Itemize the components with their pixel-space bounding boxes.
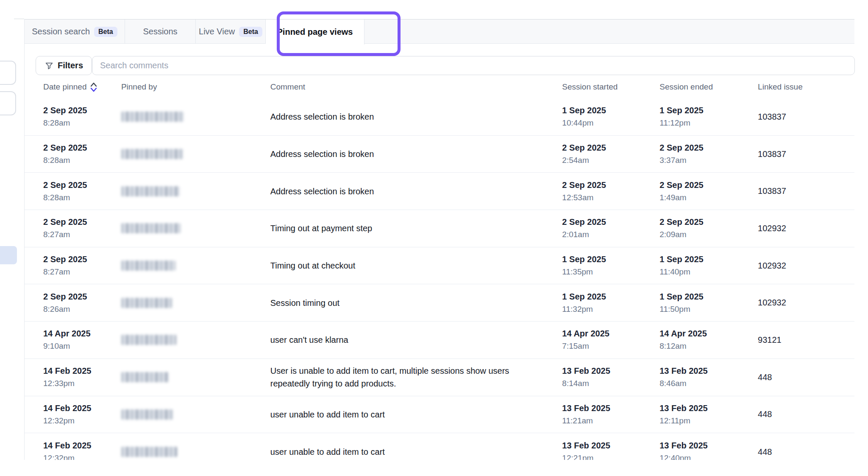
cell-pinned-by <box>121 223 270 233</box>
gutter-cutoff-highlight <box>0 246 17 264</box>
redacted-user-name <box>121 223 181 233</box>
chevron-down-icon <box>90 87 97 92</box>
cell-date-pinned: 14 Feb 2025 12:32pm <box>25 402 121 427</box>
cell-linked-issue: 103837 <box>758 112 854 122</box>
cell-pinned-by <box>121 447 270 457</box>
tab-session-search[interactable]: Session search Beta <box>25 20 125 44</box>
cell-date-pinned: 2 Sep 2025 8:27am <box>25 253 121 278</box>
tab-live-view[interactable]: Live View Beta <box>196 20 266 44</box>
cell-session-started: 14 Apr 2025 7:15am <box>562 328 659 352</box>
cell-session-started: 2 Sep 2025 2:54am <box>562 142 659 166</box>
filters-button[interactable]: Filters <box>36 56 92 75</box>
cell-linked-issue: 102932 <box>758 224 854 233</box>
column-header-label: Date pinned <box>43 82 86 92</box>
table-row[interactable]: 14 Feb 2025 12:33pm User is unable to ad… <box>25 359 854 396</box>
column-header-comment[interactable]: Comment <box>270 82 562 92</box>
redacted-user-name <box>121 260 175 271</box>
cell-linked-issue: 448 <box>758 409 854 419</box>
cell-linked-issue: 103837 <box>758 149 854 159</box>
cell-session-ended: 1 Sep 2025 11:40pm <box>659 253 758 278</box>
funnel-icon <box>45 61 54 70</box>
cell-date-pinned: 2 Sep 2025 8:28am <box>25 142 121 166</box>
cell-session-started: 1 Sep 2025 11:35pm <box>562 253 659 278</box>
table-row[interactable]: 2 Sep 2025 8:27am Timing out at payment … <box>25 210 854 247</box>
table-row[interactable]: 2 Sep 2025 8:26am Session timing out 1 S… <box>25 284 854 322</box>
cell-pinned-by <box>121 335 270 345</box>
redacted-user-name <box>121 372 169 382</box>
cell-session-ended: 14 Apr 2025 8:12am <box>659 328 758 352</box>
cell-linked-issue: 102932 <box>758 298 854 308</box>
cell-pinned-by <box>121 186 270 196</box>
cell-session-started: 2 Sep 2025 2:01am <box>562 216 659 241</box>
redacted-user-name <box>121 409 173 420</box>
tab-pinned-page-views[interactable]: Pinned page views <box>266 20 364 45</box>
cell-comment: Session timing out <box>270 297 562 309</box>
gutter-cutoff-button-top[interactable] <box>0 61 16 85</box>
cell-linked-issue: 448 <box>758 447 854 457</box>
panel-top-border-stub <box>14 19 24 19</box>
redacted-user-name <box>121 112 184 122</box>
column-header-pinned-by[interactable]: Pinned by <box>121 82 270 92</box>
table-row[interactable]: 14 Feb 2025 12:32pm user unable to add i… <box>25 396 854 434</box>
cell-comment: Timing out at checkout <box>270 259 562 272</box>
redacted-user-name <box>121 149 183 159</box>
cell-comment: user unable to add item to cart <box>270 408 562 421</box>
cell-comment: user can't use klarna <box>270 333 562 346</box>
cell-date-pinned: 2 Sep 2025 8:28am <box>25 104 121 129</box>
search-comments-input[interactable] <box>92 56 855 75</box>
cell-date-pinned: 2 Sep 2025 8:28am <box>25 179 121 204</box>
table-body: 2 Sep 2025 8:28am Address selection is b… <box>25 98 854 460</box>
tab-sessions[interactable]: Sessions <box>125 20 196 44</box>
tab-label: Live View <box>199 27 235 36</box>
column-header-session-ended[interactable]: Session ended <box>659 82 758 92</box>
cell-date-pinned: 14 Feb 2025 12:33pm <box>25 365 121 389</box>
cell-comment: Address selection is broken <box>270 185 562 198</box>
column-header-date-pinned[interactable]: Date pinned <box>25 81 121 92</box>
sort-indicator[interactable] <box>90 82 97 92</box>
column-header-linked-issue[interactable]: Linked issue <box>758 82 854 92</box>
tab-label: Pinned page views <box>277 27 353 37</box>
cell-session-ended: 13 Feb 2025 8:46am <box>659 365 758 389</box>
cell-session-ended: 1 Sep 2025 11:50pm <box>659 291 758 315</box>
app-window: Session search Beta Sessions Live View B… <box>0 0 868 476</box>
cell-pinned-by <box>121 372 270 382</box>
cell-linked-issue: 93121 <box>758 335 854 345</box>
redacted-user-name <box>121 298 172 308</box>
cell-session-ended: 2 Sep 2025 1:49am <box>659 179 758 204</box>
table-row[interactable]: 2 Sep 2025 8:27am Timing out at checkout… <box>25 247 854 285</box>
cell-linked-issue: 102932 <box>758 261 854 271</box>
cell-session-started: 2 Sep 2025 12:53am <box>562 179 659 204</box>
toolbar: Filters <box>25 56 854 76</box>
table-row[interactable]: 2 Sep 2025 8:28am Address selection is b… <box>25 136 854 173</box>
cell-date-pinned: 2 Sep 2025 8:27am <box>25 216 121 241</box>
table-row[interactable]: 2 Sep 2025 8:28am Address selection is b… <box>25 98 854 136</box>
column-header-session-started[interactable]: Session started <box>562 82 659 92</box>
filters-button-label: Filters <box>58 61 83 70</box>
cell-session-ended: 2 Sep 2025 3:37am <box>659 142 758 166</box>
cell-linked-issue: 103837 <box>758 186 854 196</box>
cell-session-started: 13 Feb 2025 12:21pm <box>562 440 659 460</box>
cell-session-started: 1 Sep 2025 10:44pm <box>562 104 659 129</box>
redacted-user-name <box>121 447 177 457</box>
beta-badge: Beta <box>239 27 262 37</box>
gutter-cutoff-button-bottom[interactable] <box>0 91 16 115</box>
tab-label: Sessions <box>143 27 177 36</box>
table-row[interactable]: 2 Sep 2025 8:28am Address selection is b… <box>25 173 854 210</box>
cell-date-pinned: 2 Sep 2025 8:26am <box>25 291 121 315</box>
table-row[interactable]: 14 Feb 2025 12:32pm user unable to add i… <box>25 433 854 460</box>
beta-badge: Beta <box>94 27 117 37</box>
cell-session-ended: 1 Sep 2025 11:12pm <box>659 104 758 129</box>
cell-pinned-by <box>121 298 270 308</box>
cell-date-pinned: 14 Apr 2025 9:10am <box>25 328 121 352</box>
cell-session-started: 13 Feb 2025 8:14am <box>562 365 659 389</box>
tab-bar: Session search Beta Sessions Live View B… <box>25 19 854 44</box>
cell-comment: Address selection is broken <box>270 148 562 160</box>
table-row[interactable]: 14 Apr 2025 9:10am user can't use klarna… <box>25 322 854 359</box>
cell-session-ended: 2 Sep 2025 2:09am <box>659 216 758 241</box>
cell-session-started: 13 Feb 2025 11:21am <box>562 402 659 427</box>
cell-comment: user unable to add item to cart <box>270 445 562 458</box>
cell-session-started: 1 Sep 2025 11:32pm <box>562 291 659 315</box>
cell-comment: User is unable to add item to cart, mult… <box>270 364 562 390</box>
tab-label: Session search <box>32 27 90 36</box>
cell-comment: Timing out at payment step <box>270 222 562 235</box>
